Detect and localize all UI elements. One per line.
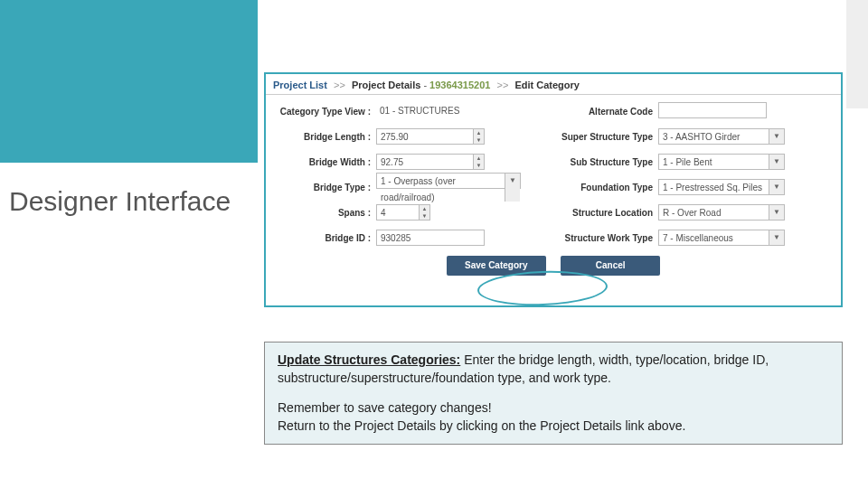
accent-block [0,0,258,163]
input-bridge-id[interactable]: 930285 [376,230,485,246]
breadcrumb-sep: >> [496,80,508,90]
label-alternate-code: Alternate Code [553,107,658,117]
label-sub-structure-type: Sub Structure Type [553,157,658,167]
breadcrumb-project-id: 19364315201 [429,80,490,90]
select-foundation-type[interactable]: 1 - Prestressed Sq. Piles [658,179,785,195]
label-structure-work-type: Structure Work Type [553,233,658,243]
label-category-type-view: Category Type View : [271,107,376,117]
chevron-down-icon[interactable]: ▼ [769,230,784,245]
save-category-button[interactable]: Save Category [447,256,546,276]
instructions-box: Update Structures Categories: Enter the … [264,342,843,445]
value-category-type-view: 01 - STRUCTURES [376,103,503,119]
chevron-down-icon[interactable]: ▼ [769,180,784,194]
breadcrumb-sep: >> [334,80,345,90]
label-bridge-width: Bridge Width : [271,157,376,167]
input-bridge-length[interactable]: 275.90 [376,128,485,145]
right-accent [846,0,868,108]
app-panel: Project List >> Project Details - 193643… [264,72,843,307]
chevron-down-icon[interactable]: ▼ [769,205,784,220]
select-super-structure-type[interactable]: 3 - AASHTO Girder [658,128,785,145]
spinner-buttons[interactable]: ▲▼ [419,205,429,220]
instructions-heading: Update Structures Categories: [278,352,460,367]
label-foundation-type: Foundation Type [553,183,658,192]
label-bridge-length: Bridge Length : [271,132,376,142]
breadcrumb-project-list[interactable]: Project List [273,80,327,90]
breadcrumb-project-details[interactable]: Project Details [352,80,420,90]
chevron-down-icon[interactable]: ▼ [769,155,784,169]
spinner-buttons[interactable]: ▲▼ [473,129,484,144]
chevron-down-icon[interactable]: ▼ [505,174,520,202]
cancel-button[interactable]: Cancel [561,256,660,276]
select-bridge-type[interactable]: 1 - Overpass (over road/railroad) [376,173,521,189]
label-structure-location: Structure Location [553,208,658,218]
chevron-down-icon[interactable]: ▼ [769,129,784,144]
label-super-structure-type: Super Structure Type [553,132,658,142]
breadcrumb: Project List >> Project Details - 193643… [266,74,841,95]
select-structure-work-type[interactable]: 7 - Miscellaneous [658,230,785,246]
label-bridge-type: Bridge Type : [271,183,376,192]
right-column: Alternate Code Super Structure Type 3 - … [553,99,835,250]
slide-title: Designer Interface [9,185,244,218]
breadcrumb-current: Edit Category [514,80,580,90]
label-spans: Spans : [271,208,376,218]
button-row: Save Category Cancel [266,250,841,276]
label-bridge-id: Bridge ID : [271,233,376,243]
select-structure-location[interactable]: R - Over Road [658,204,785,221]
input-bridge-width[interactable]: 92.75 [376,154,485,170]
instructions-line1: Update Structures Categories: Enter the … [278,352,829,387]
instructions-line3: Return to the Project Details by clickin… [278,418,829,436]
left-column: Category Type View : 01 - STRUCTURES Bri… [271,99,553,250]
slide-title-box: Designer Interface [9,185,244,218]
instructions-line2: Remember to save category changes! [278,399,829,418]
select-sub-structure-type[interactable]: 1 - Pile Bent [658,154,785,170]
spinner-buttons[interactable]: ▲▼ [473,155,484,169]
input-alternate-code[interactable] [658,102,767,118]
